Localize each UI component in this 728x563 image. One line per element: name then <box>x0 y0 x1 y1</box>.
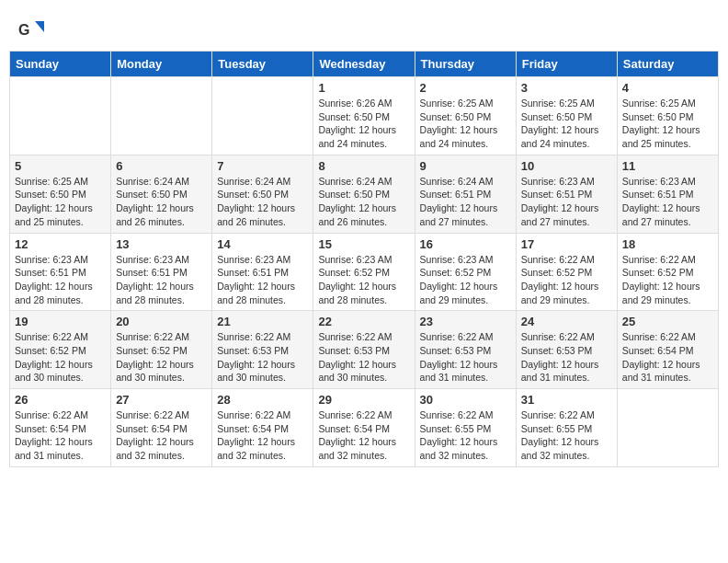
calendar-cell: 22Sunrise: 6:22 AM Sunset: 6:53 PM Dayli… <box>313 311 415 389</box>
calendar-cell: 12Sunrise: 6:23 AM Sunset: 6:51 PM Dayli… <box>10 233 111 311</box>
day-number: 17 <box>521 237 612 251</box>
header: G <box>9 9 719 46</box>
calendar-cell: 27Sunrise: 6:22 AM Sunset: 6:54 PM Dayli… <box>111 389 212 467</box>
day-info: Sunrise: 6:22 AM Sunset: 6:54 PM Dayligh… <box>318 408 409 463</box>
calendar-cell: 2Sunrise: 6:25 AM Sunset: 6:50 PM Daylig… <box>415 77 516 155</box>
weekday-header-sunday: Sunday <box>10 52 111 77</box>
calendar-cell <box>212 77 313 155</box>
day-number: 9 <box>420 159 511 173</box>
day-number: 29 <box>318 393 409 407</box>
day-number: 2 <box>420 81 511 95</box>
weekday-header-saturday: Saturday <box>617 52 718 77</box>
calendar-table: SundayMondayTuesdayWednesdayThursdayFrid… <box>9 51 719 467</box>
week-row-3: 12Sunrise: 6:23 AM Sunset: 6:51 PM Dayli… <box>10 233 719 311</box>
calendar-cell: 10Sunrise: 6:23 AM Sunset: 6:51 PM Dayli… <box>516 155 617 233</box>
day-info: Sunrise: 6:26 AM Sunset: 6:50 PM Dayligh… <box>318 97 409 151</box>
day-info: Sunrise: 6:23 AM Sunset: 6:51 PM Dayligh… <box>622 175 713 229</box>
day-info: Sunrise: 6:22 AM Sunset: 6:52 PM Dayligh… <box>521 253 612 307</box>
day-info: Sunrise: 6:22 AM Sunset: 6:53 PM Dayligh… <box>318 330 409 385</box>
day-info: Sunrise: 6:25 AM Sunset: 6:50 PM Dayligh… <box>622 97 713 151</box>
day-number: 24 <box>521 315 612 328</box>
week-row-5: 26Sunrise: 6:22 AM Sunset: 6:54 PM Dayli… <box>10 389 719 467</box>
day-number: 3 <box>521 81 612 95</box>
calendar-cell: 26Sunrise: 6:22 AM Sunset: 6:54 PM Dayli… <box>10 389 111 467</box>
logo-icon: G <box>18 18 46 41</box>
weekday-header-friday: Friday <box>516 52 617 77</box>
calendar-cell: 7Sunrise: 6:24 AM Sunset: 6:50 PM Daylig… <box>212 155 313 233</box>
day-number: 10 <box>521 159 612 173</box>
day-info: Sunrise: 6:24 AM Sunset: 6:50 PM Dayligh… <box>116 175 207 229</box>
day-number: 13 <box>116 237 207 251</box>
day-info: Sunrise: 6:22 AM Sunset: 6:53 PM Dayligh… <box>521 330 612 385</box>
day-number: 1 <box>318 81 409 95</box>
day-number: 19 <box>15 315 106 328</box>
svg-marker-1 <box>35 21 44 32</box>
week-row-4: 19Sunrise: 6:22 AM Sunset: 6:52 PM Dayli… <box>10 311 719 389</box>
calendar-cell: 9Sunrise: 6:24 AM Sunset: 6:51 PM Daylig… <box>415 155 516 233</box>
week-row-2: 5Sunrise: 6:25 AM Sunset: 6:50 PM Daylig… <box>10 155 719 233</box>
day-number: 26 <box>15 393 106 407</box>
day-info: Sunrise: 6:23 AM Sunset: 6:52 PM Dayligh… <box>318 253 409 307</box>
day-info: Sunrise: 6:22 AM Sunset: 6:54 PM Dayligh… <box>116 408 207 463</box>
day-number: 23 <box>420 315 511 328</box>
calendar-cell: 28Sunrise: 6:22 AM Sunset: 6:54 PM Dayli… <box>212 389 313 467</box>
calendar-cell: 29Sunrise: 6:22 AM Sunset: 6:54 PM Dayli… <box>313 389 415 467</box>
calendar-cell: 23Sunrise: 6:22 AM Sunset: 6:53 PM Dayli… <box>415 311 516 389</box>
day-number: 30 <box>420 393 511 407</box>
calendar-cell <box>10 77 111 155</box>
day-number: 7 <box>217 159 308 173</box>
calendar-cell: 6Sunrise: 6:24 AM Sunset: 6:50 PM Daylig… <box>111 155 212 233</box>
day-info: Sunrise: 6:23 AM Sunset: 6:52 PM Dayligh… <box>420 253 511 307</box>
calendar-cell: 24Sunrise: 6:22 AM Sunset: 6:53 PM Dayli… <box>516 311 617 389</box>
calendar-cell <box>111 77 212 155</box>
day-info: Sunrise: 6:22 AM Sunset: 6:54 PM Dayligh… <box>217 408 308 463</box>
day-info: Sunrise: 6:24 AM Sunset: 6:50 PM Dayligh… <box>318 175 409 229</box>
day-info: Sunrise: 6:24 AM Sunset: 6:50 PM Dayligh… <box>217 175 308 229</box>
day-info: Sunrise: 6:22 AM Sunset: 6:52 PM Dayligh… <box>622 253 713 307</box>
day-number: 31 <box>521 393 612 407</box>
calendar-cell: 5Sunrise: 6:25 AM Sunset: 6:50 PM Daylig… <box>10 155 111 233</box>
calendar-cell: 30Sunrise: 6:22 AM Sunset: 6:55 PM Dayli… <box>415 389 516 467</box>
day-number: 18 <box>622 237 713 251</box>
calendar-cell: 18Sunrise: 6:22 AM Sunset: 6:52 PM Dayli… <box>617 233 718 311</box>
day-number: 15 <box>318 237 409 251</box>
calendar-cell: 21Sunrise: 6:22 AM Sunset: 6:53 PM Dayli… <box>212 311 313 389</box>
day-number: 5 <box>15 159 106 173</box>
day-info: Sunrise: 6:22 AM Sunset: 6:55 PM Dayligh… <box>420 408 511 463</box>
day-number: 22 <box>318 315 409 328</box>
day-info: Sunrise: 6:23 AM Sunset: 6:51 PM Dayligh… <box>217 253 308 307</box>
calendar-cell <box>617 389 718 467</box>
calendar-cell: 15Sunrise: 6:23 AM Sunset: 6:52 PM Dayli… <box>313 233 415 311</box>
day-number: 28 <box>217 393 308 407</box>
day-info: Sunrise: 6:23 AM Sunset: 6:51 PM Dayligh… <box>116 253 207 307</box>
day-info: Sunrise: 6:22 AM Sunset: 6:52 PM Dayligh… <box>15 330 106 385</box>
day-info: Sunrise: 6:22 AM Sunset: 6:54 PM Dayligh… <box>622 330 713 385</box>
day-number: 11 <box>622 159 713 173</box>
day-info: Sunrise: 6:23 AM Sunset: 6:51 PM Dayligh… <box>521 175 612 229</box>
calendar-cell: 11Sunrise: 6:23 AM Sunset: 6:51 PM Dayli… <box>617 155 718 233</box>
day-info: Sunrise: 6:24 AM Sunset: 6:51 PM Dayligh… <box>420 175 511 229</box>
calendar-cell: 3Sunrise: 6:25 AM Sunset: 6:50 PM Daylig… <box>516 77 617 155</box>
weekday-header-tuesday: Tuesday <box>212 52 313 77</box>
day-number: 6 <box>116 159 207 173</box>
calendar-cell: 14Sunrise: 6:23 AM Sunset: 6:51 PM Dayli… <box>212 233 313 311</box>
calendar-cell: 13Sunrise: 6:23 AM Sunset: 6:51 PM Dayli… <box>111 233 212 311</box>
day-info: Sunrise: 6:25 AM Sunset: 6:50 PM Dayligh… <box>15 175 106 229</box>
calendar-cell: 16Sunrise: 6:23 AM Sunset: 6:52 PM Dayli… <box>415 233 516 311</box>
day-info: Sunrise: 6:25 AM Sunset: 6:50 PM Dayligh… <box>420 97 511 151</box>
day-info: Sunrise: 6:25 AM Sunset: 6:50 PM Dayligh… <box>521 97 612 151</box>
calendar-cell: 19Sunrise: 6:22 AM Sunset: 6:52 PM Dayli… <box>10 311 111 389</box>
svg-text:G: G <box>18 22 29 38</box>
logo: G <box>18 18 50 41</box>
day-info: Sunrise: 6:23 AM Sunset: 6:51 PM Dayligh… <box>15 253 106 307</box>
calendar-cell: 20Sunrise: 6:22 AM Sunset: 6:52 PM Dayli… <box>111 311 212 389</box>
day-info: Sunrise: 6:22 AM Sunset: 6:53 PM Dayligh… <box>420 330 511 385</box>
day-number: 8 <box>318 159 409 173</box>
day-number: 21 <box>217 315 308 328</box>
day-number: 16 <box>420 237 511 251</box>
day-number: 27 <box>116 393 207 407</box>
weekday-header-monday: Monday <box>111 52 212 77</box>
day-number: 25 <box>622 315 713 328</box>
day-info: Sunrise: 6:22 AM Sunset: 6:54 PM Dayligh… <box>15 408 106 463</box>
calendar-cell: 8Sunrise: 6:24 AM Sunset: 6:50 PM Daylig… <box>313 155 415 233</box>
